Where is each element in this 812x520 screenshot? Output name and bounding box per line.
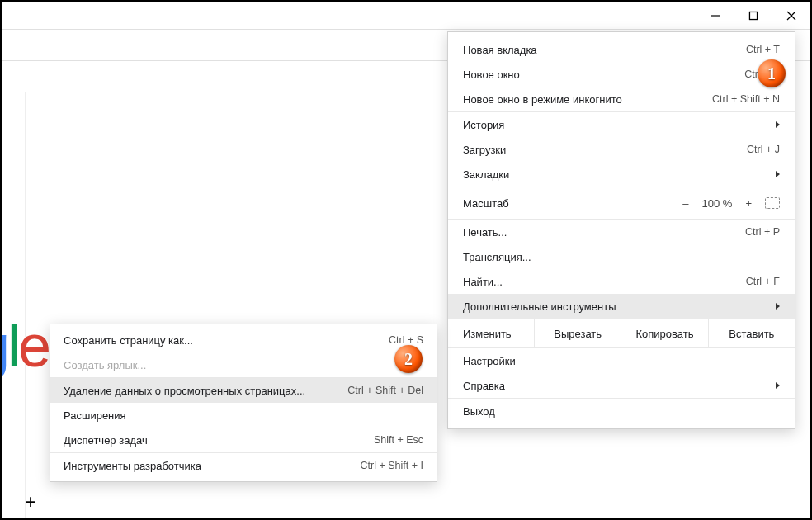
maximize-button[interactable] [734, 2, 772, 30]
menu-item-history[interactable]: История [448, 112, 795, 137]
zoom-in-button[interactable]: + [745, 197, 752, 210]
close-button[interactable] [772, 2, 810, 30]
menu-label: Выход [463, 405, 780, 418]
submenu-item-create-shortcut: Создать ярлык... [50, 352, 437, 377]
submenu-item-extensions[interactable]: Расширения [50, 403, 437, 428]
menu-item-cast[interactable]: Трансляция... [448, 244, 795, 269]
footer-plus-icon[interactable]: + [25, 490, 36, 513]
menu-shortcut: Ctrl + Shift + N [712, 93, 780, 105]
menu-shortcut: Ctrl + P [745, 226, 780, 238]
fullscreen-icon[interactable] [765, 197, 780, 209]
callout-badge-2: 2 [394, 345, 423, 373]
chrome-main-menu: Новая вкладкаCtrl + T Новое окноCtrl + N… [447, 31, 795, 429]
callout-badge-1: 1 [758, 59, 786, 87]
menu-shortcut: Ctrl + F [746, 276, 780, 287]
menu-label: Справка [463, 380, 769, 392]
menu-shortcut: Ctrl + S [389, 334, 423, 346]
edit-cut-button[interactable]: Вырезать [535, 319, 621, 347]
menu-item-help[interactable]: Справка [448, 373, 795, 398]
menu-label: Создать ярлык... [64, 359, 423, 371]
menu-label: Удаление данных о просмотренных страница… [64, 385, 347, 397]
menu-label: Инструменты разработчика [64, 460, 361, 472]
menu-label: Найти... [463, 276, 746, 288]
menu-label: Настройки [463, 355, 780, 367]
submenu-item-save-as[interactable]: Сохранить страницу как...Ctrl + S [50, 328, 437, 352]
edit-paste-button[interactable]: Вставить [709, 319, 795, 347]
submenu-arrow-icon [776, 303, 780, 310]
menu-label: Трансляция... [463, 251, 780, 263]
more-tools-submenu: Сохранить страницу как...Ctrl + S Создат… [50, 324, 437, 482]
menu-shortcut: Ctrl + Shift + I [361, 460, 423, 471]
menu-label: Печать... [463, 226, 745, 239]
menu-label: Новое окно в режиме инкогнито [463, 93, 712, 106]
menu-item-settings[interactable]: Настройки [448, 348, 795, 373]
menu-item-new-window[interactable]: Новое окноCtrl + N [448, 62, 795, 87]
submenu-item-clear-data[interactable]: Удаление данных о просмотренных страница… [50, 378, 437, 403]
menu-label: Загрузки [463, 144, 747, 156]
submenu-arrow-icon [776, 121, 780, 128]
minimize-button[interactable] [696, 2, 734, 30]
menu-item-more-tools[interactable]: Дополнительные инструменты [448, 294, 795, 319]
menu-label: Диспетчер задач [64, 434, 374, 447]
window-titlebar [2, 2, 810, 30]
menu-item-print[interactable]: Печать...Ctrl + P [448, 220, 795, 244]
menu-label: Сохранить страницу как... [64, 334, 389, 347]
menu-shortcut: Ctrl + Shift + Del [347, 385, 423, 396]
menu-item-zoom: Масштаб – 100 % + [448, 187, 795, 219]
submenu-arrow-icon [776, 171, 780, 177]
menu-shortcut: Ctrl + J [747, 144, 780, 155]
menu-item-exit[interactable]: Выход [448, 399, 795, 423]
menu-item-incognito[interactable]: Новое окно в режиме инкогнитоCtrl + Shif… [448, 87, 795, 111]
submenu-item-task-manager[interactable]: Диспетчер задачShift + Esc [50, 428, 437, 452]
menu-label: Дополнительные инструменты [463, 300, 769, 313]
menu-label: Изменить [448, 319, 535, 347]
menu-label: Новая вкладка [463, 44, 746, 56]
menu-label: Расширения [64, 409, 423, 422]
submenu-arrow-icon [776, 382, 780, 389]
menu-label: Новое окно [463, 69, 744, 81]
menu-label: История [463, 119, 769, 131]
page-edge [25, 92, 26, 520]
logo-letter: l [7, 313, 18, 379]
submenu-item-dev-tools[interactable]: Инструменты разработчикаCtrl + Shift + I [50, 453, 437, 478]
menu-shortcut: Shift + Esc [374, 434, 423, 446]
menu-edit-row: Изменить Вырезать Копировать Вставить [448, 319, 795, 347]
zoom-out-button[interactable]: – [682, 197, 688, 210]
logo-letter: g [0, 313, 7, 379]
menu-shortcut: Ctrl + T [746, 44, 780, 55]
zoom-value: 100 % [702, 197, 733, 210]
google-logo: gle [0, 312, 49, 380]
menu-item-find[interactable]: Найти...Ctrl + F [448, 269, 795, 294]
menu-label: Масштаб [463, 197, 509, 210]
svg-rect-2 [750, 12, 758, 19]
menu-label: Закладки [463, 168, 769, 181]
logo-letter: e [18, 313, 49, 379]
menu-item-new-tab[interactable]: Новая вкладкаCtrl + T [448, 37, 795, 62]
edit-copy-button[interactable]: Копировать [621, 319, 708, 347]
menu-item-downloads[interactable]: ЗагрузкиCtrl + J [448, 137, 795, 162]
menu-item-bookmarks[interactable]: Закладки [448, 162, 795, 187]
